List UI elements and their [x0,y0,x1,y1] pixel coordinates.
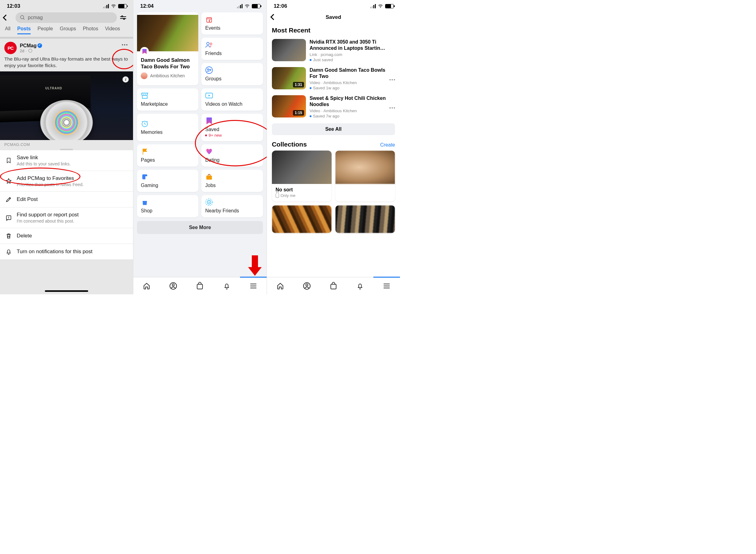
lock-icon [275,194,279,198]
collection-card[interactable] [335,151,395,202]
trash-icon [5,232,12,239]
menu-shop[interactable]: Shop [137,195,198,217]
back-button[interactable] [271,15,275,19]
saved-item[interactable]: 1:31 Damn Good Salmon Taco Bowls For Two… [267,65,400,93]
svg-point-6 [210,43,212,45]
svg-point-21 [306,284,308,286]
item-more-button[interactable] [390,77,395,80]
menu-events[interactable]: Events [201,12,263,35]
create-collection-button[interactable]: Create [380,142,395,148]
back-button[interactable] [4,15,12,20]
menu-groups[interactable]: Groups [201,63,263,85]
wifi-icon [378,3,383,9]
search-input[interactable]: pcmag [15,12,117,23]
tab-home[interactable] [143,282,151,290]
home-indicator[interactable] [45,290,88,292]
search-query: pcmag [28,15,43,20]
menu-nearby-friends[interactable]: Nearby Friends [201,195,263,217]
cellular-icon [103,4,109,8]
svg-point-17 [172,284,174,286]
annotation-arrow [248,255,262,277]
filter-button[interactable] [120,16,128,19]
phone-saved: 12:06 Saved Most Recent Nvidia RTX 3050 … [267,0,400,294]
battery-icon [118,4,127,8]
link-source: PCMAG.COM [0,140,133,147]
tab-notifications[interactable] [356,282,364,290]
tab-all[interactable]: All [5,26,10,34]
phone-menu: 12:04 Damn Good Salmon Taco Bowls For Tw… [133,0,267,294]
bag-icon [141,198,149,206]
collection-card[interactable] [272,205,332,233]
menu-marketplace[interactable]: Marketplace [137,89,198,111]
action-notifications[interactable]: Turn on notifications for this post [0,244,133,259]
see-more-button[interactable]: See More [137,221,263,234]
star-icon [5,178,12,184]
post-text: The Blu-ray and Ultra Blu-ray formats ar… [0,55,133,71]
tab-profile[interactable] [303,282,311,290]
post-age: 2d [20,49,24,53]
menu-memories[interactable]: Memories [137,114,198,141]
friends-icon [205,41,213,49]
action-sheet: Save linkAdd this to your saved links. A… [0,150,133,259]
svg-point-19 [380,7,381,8]
svg-point-9 [210,69,211,70]
heart-icon [205,148,213,156]
collection-card[interactable]: No sort Only me [272,151,332,202]
author-name[interactable]: PCMag [20,43,37,48]
author-avatar[interactable]: PC [4,42,17,54]
bookmark-icon [5,157,12,164]
tab-photos[interactable]: Photos [83,26,98,34]
action-delete[interactable]: Delete [0,228,133,244]
menu-friends[interactable]: Friends [201,38,263,60]
action-report-post[interactable]: Find support or report postI'm concerned… [0,208,133,228]
tab-notifications[interactable] [223,282,231,290]
status-bar: 12:03 [0,0,133,11]
menu-jobs[interactable]: Jobs [201,170,263,192]
tab-menu[interactable] [249,282,257,290]
section-collections: Collections [272,141,307,148]
action-save-link[interactable]: Save linkAdd this to your saved links. [0,150,133,171]
tab-groups[interactable]: Groups [60,26,76,34]
clock: 12:06 [274,3,287,9]
saved-item[interactable]: Nvidia RTX 3050 and 3050 Ti Announced in… [267,37,400,65]
tab-home[interactable] [276,282,284,290]
cellular-icon [237,4,243,8]
thumbnail: 1:31 [272,67,306,89]
collection-card[interactable] [335,205,395,233]
battery-icon [385,4,394,8]
item-more-button[interactable] [390,105,395,109]
post-more-button[interactable] [122,44,128,46]
menu-saved[interactable]: Saved 9+ new [201,114,263,141]
tab-menu[interactable] [383,282,391,290]
action-edit-post[interactable]: Edit Post [0,192,133,208]
search-icon [20,15,26,20]
tab-profile[interactable] [169,282,177,290]
tab-marketplace[interactable] [196,282,204,290]
chevron-left-icon [3,14,9,21]
menu-videos-on-watch[interactable]: Videos on Watch [201,89,263,111]
tab-people[interactable]: People [38,26,53,34]
saved-item[interactable]: 1:15 Sweet & Spicy Hot Chili Chicken Noo… [267,93,400,121]
report-icon [5,214,12,221]
tab-posts[interactable]: Posts [17,26,31,34]
shop-icon [141,92,149,100]
thumbnail: 1:15 [272,95,306,117]
see-all-button[interactable]: See All [272,123,395,135]
menu-gaming[interactable]: Gaming [137,170,198,192]
wifi-icon [111,3,116,9]
post-image[interactable]: ULTRAHD [0,71,133,140]
author-avatar-icon [141,72,148,79]
svg-rect-22 [331,284,336,289]
chevron-left-icon [270,14,276,20]
clock: 12:03 [7,3,20,9]
featured-saved-card[interactable]: Damn Good Salmon Taco Bowls For Two Ambi… [137,12,198,85]
menu-pages[interactable]: Pages [137,145,198,167]
menu-dating[interactable]: Dating [201,145,263,167]
action-add-favorites[interactable]: Add PCMag to FavoritesPrioritize their p… [0,171,133,192]
tab-marketplace[interactable] [330,282,338,290]
verified-badge-icon [38,43,42,48]
pencil-icon [5,196,12,203]
tab-videos[interactable]: Videos [105,26,120,34]
phone-search-results: 12:03 pcmag All Posts People Groups Phot… [0,0,133,294]
flag-icon [141,148,149,156]
